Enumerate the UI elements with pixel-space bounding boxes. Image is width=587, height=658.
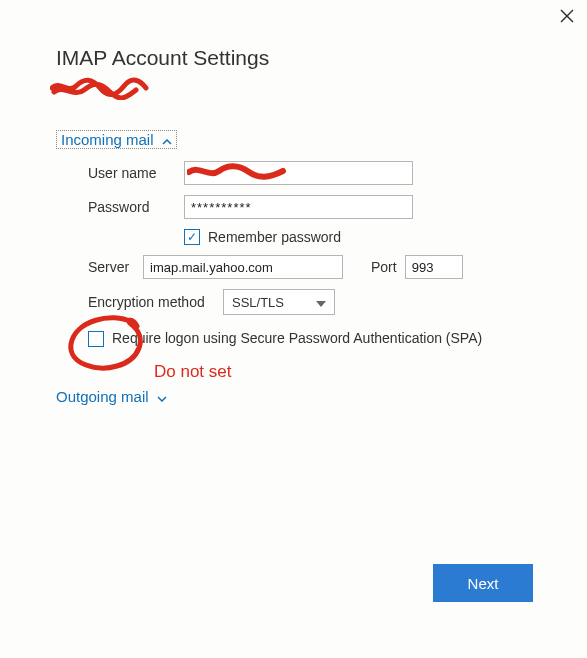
redacted-email-annotation — [50, 74, 150, 100]
server-input[interactable] — [143, 255, 343, 279]
remember-password-label: Remember password — [208, 229, 341, 245]
page-title: IMAP Account Settings — [56, 46, 269, 70]
spa-checkbox[interactable] — [88, 331, 104, 347]
username-label: User name — [88, 165, 184, 181]
password-input[interactable] — [184, 195, 413, 219]
outgoing-mail-label: Outgoing mail — [56, 388, 149, 405]
port-label: Port — [371, 259, 397, 275]
do-not-set-annotation: Do not set — [154, 362, 232, 382]
close-button[interactable] — [557, 6, 577, 26]
incoming-mail-toggle[interactable]: Incoming mail — [56, 130, 177, 149]
encryption-label: Encryption method — [88, 294, 223, 310]
close-icon — [560, 9, 574, 23]
password-label: Password — [88, 199, 184, 215]
svg-marker-2 — [316, 301, 326, 307]
chevron-up-icon — [162, 131, 172, 148]
remember-password-checkbox[interactable] — [184, 229, 200, 245]
chevron-down-icon — [157, 388, 167, 405]
next-button[interactable]: Next — [433, 564, 533, 602]
encryption-dropdown[interactable]: SSL/TLS — [223, 289, 335, 315]
username-input[interactable] — [184, 161, 413, 185]
server-label: Server — [88, 259, 143, 275]
chevron-down-icon — [316, 295, 326, 310]
incoming-mail-label: Incoming mail — [61, 131, 154, 148]
incoming-mail-form: User name Password Remember password Ser… — [88, 161, 508, 348]
encryption-value: SSL/TLS — [232, 295, 284, 310]
outgoing-mail-toggle[interactable]: Outgoing mail — [56, 388, 167, 405]
port-input[interactable] — [405, 255, 463, 279]
spa-label: Require logon using Secure Password Auth… — [112, 329, 482, 348]
